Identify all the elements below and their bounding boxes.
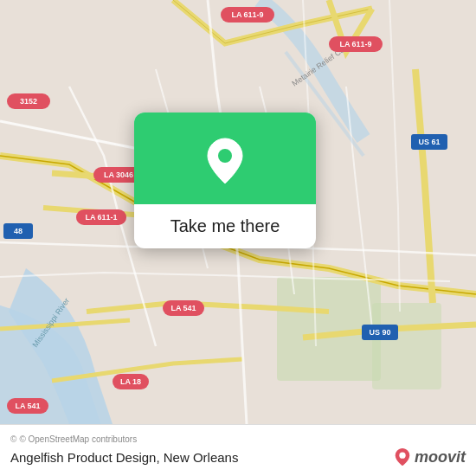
attribution-row: © © OpenStreetMap contributors (10, 434, 466, 444)
card-bottom[interactable]: Take me there (134, 204, 316, 248)
svg-text:LA 611-9: LA 611-9 (231, 10, 263, 19)
svg-rect-2 (372, 303, 441, 389)
svg-text:LA 18: LA 18 (120, 377, 141, 386)
moovit-logo: moovit (394, 447, 466, 466)
svg-text:LA 611-9: LA 611-9 (339, 40, 371, 48)
map-container: Metairie Relief Canal Mississippi River … (0, 0, 476, 424)
svg-text:US 90: US 90 (369, 328, 390, 337)
svg-text:US 61: US 61 (418, 138, 440, 146)
footer-bottom-row: Angelfish Product Design, New Orleans mo… (10, 447, 466, 466)
location-name: Angelfish Product Design, New Orleans (10, 450, 238, 465)
svg-text:3152: 3152 (20, 97, 37, 106)
svg-text:LA 611-1: LA 611-1 (85, 213, 117, 222)
svg-text:48: 48 (14, 227, 23, 235)
location-card: Take me there (134, 113, 316, 248)
card-top (134, 113, 316, 204)
moovit-brand-text: moovit (415, 448, 466, 466)
svg-text:LA 541: LA 541 (15, 402, 40, 410)
svg-text:LA 3046: LA 3046 (104, 170, 133, 179)
moovit-pin-icon (394, 447, 411, 466)
take-me-there-button[interactable]: Take me there (170, 216, 280, 236)
svg-point-28 (399, 453, 405, 459)
svg-text:LA 541: LA 541 (170, 304, 196, 312)
copyright-icon: © (10, 434, 16, 444)
location-pin-icon (204, 137, 246, 187)
footer: © © OpenStreetMap contributors Angelfish… (0, 424, 476, 476)
attribution-text: © OpenStreetMap contributors (19, 434, 137, 444)
svg-point-27 (218, 149, 232, 163)
